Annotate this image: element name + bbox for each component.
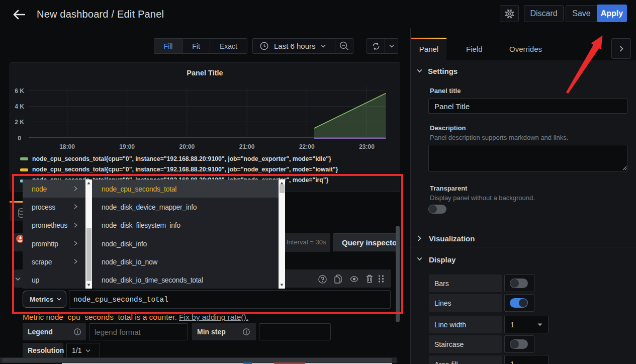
svg-text:6 K: 6 K [15,87,24,95]
svg-text:22:00: 22:00 [299,143,315,150]
svg-text:20:00: 20:00 [179,143,195,150]
svg-text:21:00: 21:00 [239,143,255,150]
svg-text:4 K: 4 K [15,103,24,110]
svg-text:23:00: 23:00 [359,143,375,150]
svg-text:0: 0 [18,135,21,142]
svg-text:18:00: 18:00 [59,143,75,150]
svg-text:2 K: 2 K [15,119,24,126]
svg-text:19:00: 19:00 [119,143,135,150]
